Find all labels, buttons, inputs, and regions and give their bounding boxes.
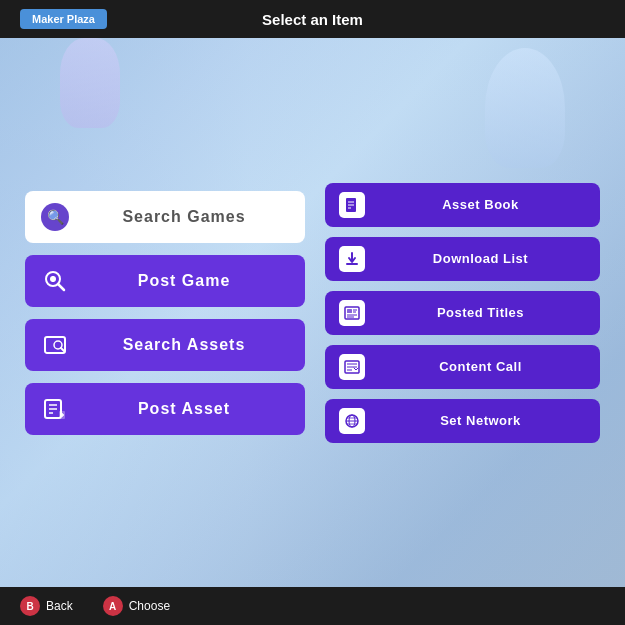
svg-line-1 <box>58 284 64 290</box>
set-network-label: Set Network <box>375 413 586 428</box>
search-assets-label: Search Assets <box>79 336 289 354</box>
search-games-icon: 🔍 <box>41 203 69 231</box>
set-network-button[interactable]: Set Network <box>325 399 600 443</box>
asset-book-icon <box>339 192 365 218</box>
left-column: 🔍 Search Games Post Game <box>25 191 305 435</box>
svg-rect-21 <box>347 309 352 313</box>
bottom-bar: B Back A Choose <box>0 587 625 625</box>
post-asset-button[interactable]: Post Asset <box>25 383 305 435</box>
search-games-label: Search Games <box>79 208 289 226</box>
content-grid: 🔍 Search Games Post Game <box>0 38 625 587</box>
b-button: B <box>20 596 40 616</box>
right-column: Asset Book Download List <box>325 183 600 443</box>
content-call-label: Content Call <box>375 359 586 374</box>
post-asset-icon <box>41 395 69 423</box>
search-games-button[interactable]: 🔍 Search Games <box>25 191 305 243</box>
search-assets-icon <box>41 331 69 359</box>
post-game-icon <box>41 267 69 295</box>
asset-book-button[interactable]: Asset Book <box>325 183 600 227</box>
set-network-icon <box>339 408 365 434</box>
top-bar: Maker Plaza Select an Item <box>0 0 625 38</box>
download-list-label: Download List <box>375 251 586 266</box>
choose-label: Choose <box>129 599 170 613</box>
svg-point-3 <box>50 276 56 282</box>
asset-book-label: Asset Book <box>375 197 586 212</box>
posted-titles-icon <box>339 300 365 326</box>
a-button: A <box>103 596 123 616</box>
back-label: Back <box>46 599 73 613</box>
content-call-button[interactable]: Content Call <box>325 345 600 389</box>
page-title: Select an Item <box>262 11 363 28</box>
post-game-label: Post Game <box>79 272 289 290</box>
content-call-icon <box>339 354 365 380</box>
download-list-button[interactable]: Download List <box>325 237 600 281</box>
back-control: B Back <box>20 596 73 616</box>
maker-plaza-badge[interactable]: Maker Plaza <box>20 9 107 29</box>
svg-line-6 <box>61 348 64 351</box>
posted-titles-button[interactable]: Posted Titles <box>325 291 600 335</box>
main-area: 🔍 Search Games Post Game <box>0 38 625 587</box>
posted-titles-label: Posted Titles <box>375 305 586 320</box>
choose-control: A Choose <box>103 596 170 616</box>
post-asset-label: Post Asset <box>79 400 289 418</box>
search-assets-button[interactable]: Search Assets <box>25 319 305 371</box>
post-game-button[interactable]: Post Game <box>25 255 305 307</box>
download-list-icon <box>339 246 365 272</box>
